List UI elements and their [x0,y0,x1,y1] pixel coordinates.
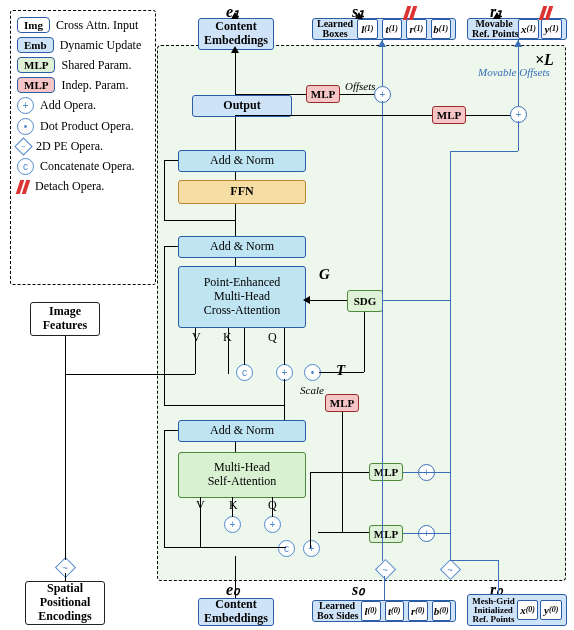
mlp-label: MLP [374,466,398,479]
conn [235,50,236,95]
conn [382,101,383,561]
conn [235,172,236,180]
concat-op: c [278,540,295,557]
conn [235,442,236,452]
conn [195,328,196,374]
sdg-block: SDG [347,290,383,312]
ls-cell: b(0) [432,601,452,621]
lb-cell: b(1) [431,19,451,39]
output-block: Output [192,95,292,117]
scale-label: Scale [300,384,324,396]
legend-cat: c Concatenate Opera. [17,158,149,175]
legend-emb: Emb Dynamic Update [17,37,149,53]
arrow-up-icon [493,12,501,19]
legend-pe-desc: 2D PE Opera. [36,139,103,154]
mhsa-label: Multi-Head Self-Attention [208,461,277,489]
content-embeddings-bottom: Content Embeddings [198,598,274,626]
pe-icon: ~ [14,137,32,155]
learned-boxes-top-label: Learned Boxes [317,19,353,39]
conn [384,576,385,600]
conn [235,556,236,598]
legend-add-desc: Add Opera. [40,98,96,113]
ffn-block: FFN [178,180,306,204]
conn [466,115,510,116]
arrow-up-icon [355,12,363,19]
conn [450,151,451,561]
detach-icon [404,6,416,24]
conn [498,560,499,594]
learned-boxes-top: Learned Boxes l(1) t(1) r(1) b(1) [312,18,456,40]
spatial-pe-label: Spatial Positional Encodings [38,582,91,623]
spatial-pe-box: Spatial Positional Encodings [25,581,105,625]
legend-add: + Add Opera. [17,97,149,114]
addnorm-label: Add & Norm [210,154,274,168]
legend-img-chip: Img [17,17,50,33]
V-label-ca: V [192,330,201,345]
concat-op: c [236,364,253,381]
K-label-sa: K [229,498,238,513]
conn [200,547,286,548]
movable-offsets-label: Movable Offsets [478,66,550,78]
mlp-label: MLP [437,109,461,122]
plus-op: + [264,516,281,533]
conn [518,121,519,151]
conn [235,117,236,150]
legend-mlp-shared-chip: MLP [17,57,55,73]
conn [319,372,364,373]
mg-cell: y(0) [540,600,562,620]
plus-op: + [224,516,241,533]
conn [65,374,195,375]
ffn-label: FFN [230,185,253,199]
conn [450,151,518,152]
movable-ref-top-label: Movable Ref. Points [472,19,516,39]
conn [164,430,178,431]
mlp-green-2: MLP [369,525,403,543]
conn [235,115,432,116]
legend-mlp-indep-desc: Indep. Param. [61,78,128,93]
conn [164,220,235,221]
conn [306,300,347,301]
pemhca-label: Point-Enhanced Multi-Head Cross-Attentio… [204,276,281,317]
movable-ref-top: Movable Ref. Points x(1) y(1) [467,18,567,40]
image-features-label: Image Features [43,305,87,333]
legend-mlp-indep: MLP Indep. Param. [17,77,149,93]
conn [164,160,178,161]
sdg-label: SDG [354,295,377,308]
conn [164,547,200,548]
output-label: Output [223,99,260,113]
conn [232,497,233,517]
conn [164,405,284,406]
s0-label: s₀ [352,580,364,599]
mlp-scale: MLP [325,394,359,412]
legend-pe: ~ 2D PE Opera. [17,139,149,154]
legend-dot: • Dot Product Opera. [17,118,149,135]
learned-box-sides-bottom: Learned Box Sides l(0) t(0) r(0) b(0) [312,600,456,622]
conn [65,573,66,581]
conn [164,246,165,406]
addnorm-block-2: Add & Norm [178,236,306,258]
conn [235,94,306,95]
meshgrid-label: Mesh-Grid Initialized Ref. Points [472,597,515,624]
content-embeddings-top-label: Content Embeddings [204,20,268,48]
conn [164,160,165,220]
image-features-box: Image Features [30,302,100,336]
concat-icon: c [17,158,34,175]
legend-emb-chip: Emb [17,37,54,53]
legend-img: Img Cross Attn. Input [17,17,149,33]
arrow-up-icon [231,46,239,53]
conn [318,532,369,533]
addnorm-label: Add & Norm [210,424,274,438]
dot-icon: • [17,118,34,135]
T-label: T [336,362,345,379]
arrow-up-icon [378,40,386,47]
mhsa-block: Multi-Head Self-Attention [178,452,306,498]
conn [65,336,66,560]
legend-emb-desc: Dynamic Update [60,38,142,53]
legend-detach: Detach Opera. [17,179,149,194]
conn [284,328,285,365]
conn [235,204,236,236]
conn [310,472,311,548]
e0-label: e₀ [226,580,239,599]
legend-mlp-shared: MLP Shared Param. [17,57,149,73]
ls-cell: l(0) [361,601,381,621]
